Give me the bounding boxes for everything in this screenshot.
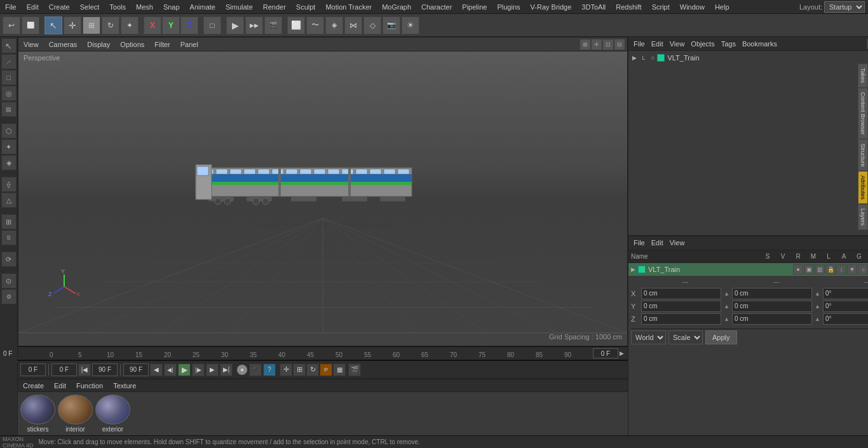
attr-view-menu[interactable]: View (667, 238, 688, 247)
tool-13[interactable]: ⟳ (1, 252, 17, 267)
pos-z-input[interactable] (641, 313, 721, 325)
rot-z-input[interactable] (732, 313, 812, 325)
attr-icon-dot[interactable]: ● (793, 264, 803, 275)
tab-content-browser[interactable]: Content Browser (858, 88, 868, 139)
move-tool-button[interactable]: ✛ (64, 17, 81, 34)
scene-bookmarks-menu[interactable]: Bookmarks (740, 39, 780, 48)
menu-vray[interactable]: V-Ray Bridge (526, 2, 577, 12)
obj-mode-button[interactable]: □ (203, 17, 221, 34)
menu-file[interactable]: File (0, 2, 22, 12)
menu-mesh[interactable]: Mesh (131, 2, 158, 12)
select-tool-button[interactable]: ↖ (44, 17, 62, 34)
viewport-icon-1[interactable]: ⊞ (580, 39, 590, 50)
x-axis-button[interactable]: X (144, 17, 161, 34)
pos-z-up[interactable]: ▲ (724, 316, 729, 322)
menu-redshift[interactable]: Redshift (611, 2, 646, 12)
tab-attributes[interactable]: Attributes (858, 171, 868, 204)
grid-keys-button[interactable]: ▦ (333, 363, 346, 376)
menu-3dtoall[interactable]: 3DToAll (576, 2, 611, 12)
attr-icon-lock[interactable]: 🔒 (825, 264, 836, 275)
rot-x-up[interactable]: ▲ (815, 290, 820, 297)
rotate-tool-button[interactable]: ↻ (102, 17, 119, 34)
z-axis-button[interactable]: Z (180, 17, 198, 34)
pos-y-input[interactable] (641, 301, 721, 312)
go-to-start-button[interactable]: |◀ (78, 363, 91, 376)
viewport-3d[interactable]: Perspective (18, 51, 627, 346)
layout-dropdown[interactable]: Startup (824, 1, 865, 13)
viewport-icon-4[interactable]: ⊟ (614, 39, 625, 50)
help-button[interactable]: ? (263, 363, 276, 376)
attr-icon-grid[interactable]: ▣ (804, 264, 814, 275)
viewport-icon-2[interactable]: ✛ (592, 39, 602, 50)
menu-sculpt[interactable]: Sculpt (291, 2, 321, 12)
viewport-menu-view[interactable]: View (21, 39, 41, 50)
camera-button[interactable]: 📷 (383, 17, 400, 34)
menu-create[interactable]: Create (44, 2, 75, 12)
scene-edit-menu[interactable]: Edit (649, 39, 666, 48)
render-anim-button[interactable]: 🎬 (348, 363, 361, 376)
viewport-menu-display[interactable]: Display (85, 39, 112, 50)
attr-row-vlt[interactable]: ▶ VLT_Train ● ▣ ▥ 🔒 ↕ ▼ ⟐ ★ ✦ ◀ ❖ (628, 263, 868, 276)
tool-3[interactable]: □ (1, 70, 17, 85)
attr-icon-updown[interactable]: ↕ (836, 264, 846, 275)
menu-character[interactable]: Character (416, 2, 457, 12)
scene-item-vlt[interactable]: ▶ L 0 VLT_Train ● (630, 52, 868, 64)
attr-file-menu[interactable]: File (631, 238, 648, 247)
next-frame-button[interactable]: ▶ (206, 363, 219, 376)
menu-plugins[interactable]: Plugins (492, 2, 525, 12)
material-interior[interactable]: interior (58, 395, 93, 433)
rotate-keys-button[interactable]: ↻ (306, 363, 319, 376)
attr-icon-layers[interactable]: ▥ (815, 264, 825, 275)
viewport-icon-3[interactable]: ⊡ (603, 39, 613, 50)
tab-layers[interactable]: Layers (858, 204, 868, 230)
menu-snap[interactable]: Snap (158, 2, 185, 12)
undo-button[interactable]: ↩ (3, 17, 20, 34)
viewport-menu-cameras[interactable]: Cameras (46, 39, 80, 50)
current-frame-input[interactable]: 0 F (593, 348, 618, 358)
tool-15[interactable]: ⚙ (1, 289, 17, 304)
pos-x-input[interactable] (641, 288, 721, 299)
record-button[interactable]: ● (236, 364, 248, 376)
nurbs-tool-button[interactable]: ◈ (325, 17, 343, 34)
tool-5[interactable]: ▤ (1, 102, 17, 117)
render-settings-button[interactable]: ▶▶ (245, 17, 263, 34)
menu-script[interactable]: Script (647, 2, 675, 12)
scene-tags-menu[interactable]: Tags (719, 39, 738, 48)
frame-start-input[interactable] (20, 363, 46, 376)
env-button[interactable]: ◇ (363, 17, 381, 34)
prev-frame-button[interactable]: ◀ (150, 363, 163, 376)
play-button[interactable]: ▶ (178, 363, 191, 376)
tool-11[interactable]: ⊞ (1, 214, 17, 229)
tool-1[interactable]: ↖ (1, 38, 17, 53)
scale-keys-button[interactable]: ⊞ (293, 363, 306, 376)
attr-icon-target[interactable]: ⟐ (858, 264, 868, 275)
tool-9[interactable]: ⟠ (1, 177, 17, 192)
frame-end-input[interactable] (92, 363, 118, 376)
world-select[interactable]: World (631, 330, 666, 344)
rot-z-up[interactable]: ▲ (815, 316, 820, 322)
render-to-picture-button[interactable]: 🎬 (264, 17, 282, 34)
tool-7[interactable]: ✦ (1, 139, 17, 154)
menu-help[interactable]: Help (710, 2, 735, 12)
param-key-button[interactable]: P (320, 363, 332, 376)
menu-tools[interactable]: Tools (104, 2, 131, 12)
cube-tool-button[interactable]: ⬜ (287, 17, 305, 34)
menu-select[interactable]: Select (75, 2, 105, 12)
size-y-input[interactable] (823, 301, 868, 312)
go-to-end-button[interactable]: ▶| (220, 363, 233, 376)
size-z-input[interactable] (823, 313, 868, 325)
menu-animate[interactable]: Animate (185, 2, 220, 12)
viewport-menu-filter[interactable]: Filter (152, 39, 172, 50)
tool-2[interactable]: ⟋ (1, 54, 17, 69)
rot-x-input[interactable] (732, 288, 812, 299)
scale-select[interactable]: Scale (668, 330, 703, 344)
material-edit-menu[interactable]: Edit (51, 381, 69, 390)
menu-pipeline[interactable]: Pipeline (457, 2, 492, 12)
menu-mograph[interactable]: MoGraph (377, 2, 416, 12)
pos-y-up[interactable]: ▲ (724, 303, 729, 309)
step-fwd-button[interactable]: |▶ (192, 363, 205, 376)
tool-4[interactable]: ◎ (1, 86, 17, 101)
frame-end2-input[interactable] (123, 363, 149, 376)
material-exterior[interactable]: exterior (95, 395, 130, 433)
menu-simulate[interactable]: Simulate (220, 2, 258, 12)
